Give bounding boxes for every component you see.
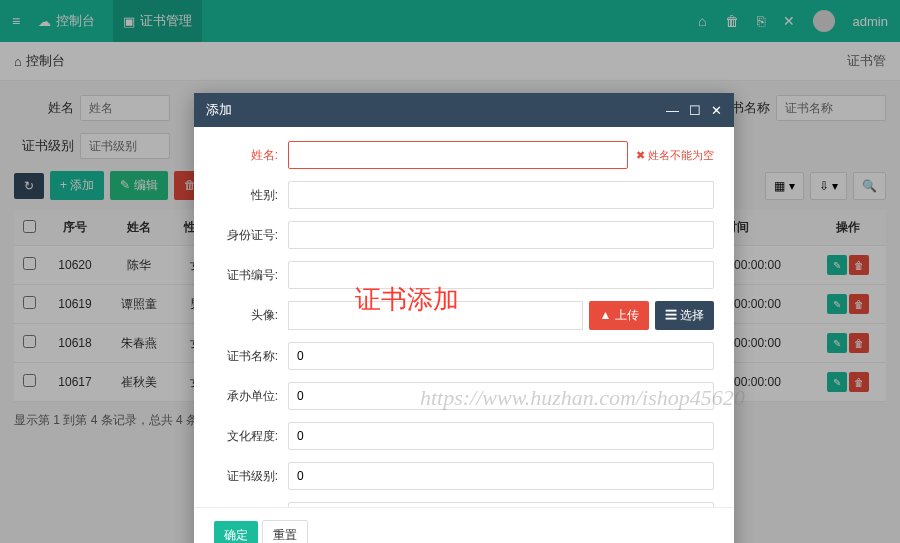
modal-title: 添加 [206,101,232,119]
select-button[interactable]: ☰ 选择 [655,301,714,330]
field-name-label: 姓名: [214,147,288,164]
field-edu-input[interactable] [288,422,714,450]
close-icon[interactable]: ✕ [711,103,722,118]
field-idcard-input[interactable] [288,221,714,249]
field-avatar-label: 头像: [214,307,288,324]
modal-header: 添加 — ☐ ✕ [194,93,734,127]
field-name-input[interactable] [288,141,628,169]
field-certno-input[interactable] [288,261,714,289]
field-gender-input[interactable] [288,181,714,209]
field-org-input[interactable] [288,382,714,410]
field-idcard-label: 身份证号: [214,227,288,244]
field-name-error: ✖ 姓名不能为空 [636,148,714,163]
field-certname-input[interactable] [288,342,714,370]
maximize-icon[interactable]: ☐ [689,103,701,118]
field-avatar-input[interactable] [288,301,583,330]
field-gender-label: 性别: [214,187,288,204]
field-certno-label: 证书编号: [214,267,288,284]
minimize-icon[interactable]: — [666,103,679,118]
upload-button[interactable]: ▲ 上传 [589,301,648,330]
add-modal: 添加 — ☐ ✕ 姓名: ✖ 姓名不能为空 性别: 身份证号: 证书编号: 头像… [194,93,734,453]
field-certname-label: 证书名称: [214,348,288,365]
field-edu-label: 文化程度: [214,428,288,445]
field-org-label: 承办单位: [214,388,288,405]
